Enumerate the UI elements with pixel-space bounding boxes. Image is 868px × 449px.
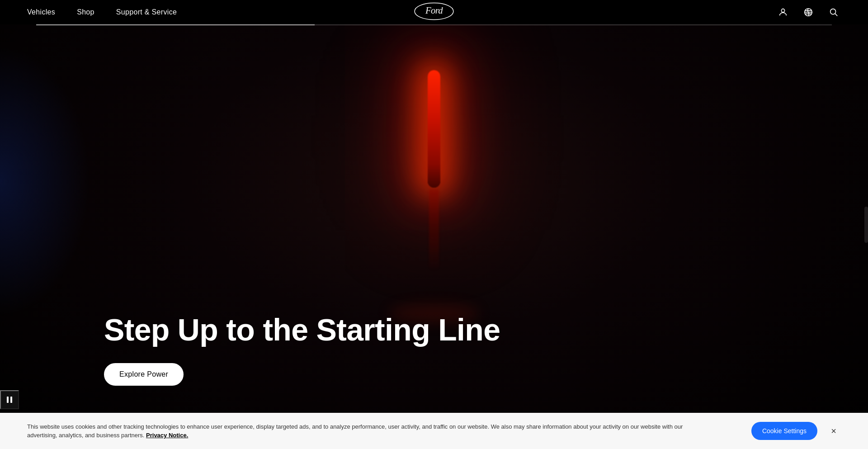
light-bar [428,70,440,188]
progress-fill [36,24,315,25]
nav-icons-right [776,5,841,19]
navbar: Vehicles Shop Support & Service Ford [0,0,868,24]
cookie-banner: This website uses cookies and other trac… [0,413,868,449]
light-reflection [429,189,439,271]
progress-bar [36,24,832,25]
pause-bar-left [7,397,9,403]
account-icon[interactable] [776,5,790,19]
svg-point-4 [830,9,836,14]
hero-section: Step Up to the Starting Line Explore Pow… [0,0,868,449]
nav-support[interactable]: Support & Service [116,8,177,16]
nav-vehicles[interactable]: Vehicles [27,8,55,16]
starting-light-visual [428,70,440,271]
pause-bar-right [10,397,12,403]
search-icon[interactable] [826,5,841,19]
nav-shop[interactable]: Shop [77,8,94,16]
svg-text:Ford: Ford [425,5,443,15]
explore-power-button[interactable]: Explore Power [104,363,184,386]
pause-button[interactable] [0,390,19,409]
hero-title: Step Up to the Starting Line [104,313,500,347]
ambient-glow-left [0,45,90,317]
cookie-actions: Cookie Settings × [751,422,841,440]
nav-logo[interactable]: Ford [414,2,454,22]
pause-icon [7,397,12,403]
cookie-close-button[interactable]: × [826,424,841,438]
cookie-settings-button[interactable]: Cookie Settings [751,422,817,440]
svg-point-2 [781,9,784,12]
privacy-notice-link[interactable]: Privacy Notice. [146,432,188,439]
globe-icon[interactable] [801,5,816,19]
scroll-indicator [864,207,868,243]
cookie-text: This website uses cookies and other trac… [27,422,705,440]
nav-links-left: Vehicles Shop Support & Service [27,8,177,16]
hero-content: Step Up to the Starting Line Explore Pow… [104,313,500,386]
